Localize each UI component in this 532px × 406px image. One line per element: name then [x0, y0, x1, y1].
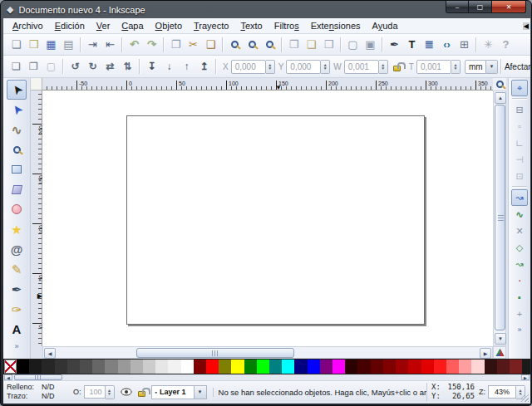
palette-scrollbar[interactable]: ◀ ▶ — [3, 374, 530, 381]
palette-swatch[interactable] — [308, 360, 320, 374]
field-input[interactable]: 0,000 — [231, 60, 266, 74]
select-all-layers[interactable]: ❐ — [25, 58, 42, 76]
palette-swatch[interactable] — [471, 360, 484, 374]
snap-enable[interactable]: ⌖ — [511, 80, 528, 96]
zoom-drawing[interactable] — [244, 36, 261, 53]
unit-selector[interactable]: mm▼ — [465, 60, 498, 74]
close-button[interactable]: ✕ — [491, 1, 526, 13]
tool-3dbox[interactable] — [7, 179, 27, 199]
palette-swatch[interactable] — [194, 360, 206, 374]
rotate-cw[interactable]: ↻ — [84, 58, 101, 76]
titlebar[interactable]: ◆ Documento nuevo 4 - Inkscape – ▢ ✕ — [1, 1, 532, 18]
export[interactable]: ⇤ — [101, 36, 119, 53]
palette-swatch[interactable] — [421, 360, 434, 374]
page[interactable] — [126, 115, 425, 325]
snap-object-centers[interactable]: ▪ — [511, 289, 528, 306]
palette-swatch[interactable] — [446, 360, 459, 374]
text-dialog[interactable]: T — [403, 36, 421, 53]
horizontal-ruler[interactable]: -50050100150200250300350▼ — [42, 78, 493, 90]
paste[interactable]: ❑ — [202, 36, 219, 53]
deselect[interactable]: ▢ — [42, 58, 60, 76]
undo[interactable]: ↶ — [126, 36, 143, 53]
palette-swatch[interactable] — [42, 360, 54, 374]
snap-paths[interactable]: ∿ — [511, 206, 528, 223]
palette-swatch[interactable] — [257, 360, 269, 374]
new-document[interactable]: ❏ — [7, 36, 25, 53]
palette-scroll-thumb[interactable] — [14, 374, 62, 380]
palette-swatch[interactable] — [383, 360, 396, 374]
tool-selector[interactable]: ➤ — [7, 80, 27, 100]
tool-ellipse[interactable] — [7, 199, 27, 219]
menu-objeto[interactable]: Objeto — [150, 19, 188, 32]
zoom-page[interactable] — [261, 36, 278, 53]
cut[interactable]: ✂ — [185, 36, 202, 53]
palette-swatch[interactable] — [231, 360, 244, 374]
lower[interactable]: ↓ — [160, 58, 178, 76]
field-input[interactable]: 0,000 — [286, 60, 321, 74]
zoom-selection[interactable] — [226, 36, 244, 53]
snap-bounding-box[interactable]: ⊟ — [511, 101, 528, 118]
resize-grip[interactable] — [521, 394, 529, 402]
tool-zoom[interactable] — [7, 139, 27, 159]
palette-swatch-none[interactable] — [4, 360, 17, 374]
palette-swatch[interactable] — [497, 360, 510, 374]
menu-capa[interactable]: Capa — [116, 19, 149, 32]
maximize-button[interactable]: ▢ — [469, 1, 491, 13]
palette-swatch[interactable] — [206, 360, 219, 374]
snap-bbox-edge-midpoints[interactable]: ⊣ — [511, 151, 528, 168]
palette-swatch[interactable] — [80, 360, 92, 374]
create-clone[interactable]: ❑ — [303, 36, 320, 53]
dimension-lock-toggle[interactable] — [388, 58, 406, 76]
palette-swatch[interactable] — [434, 360, 446, 374]
field-spinner[interactable]: ▲▼ — [451, 60, 461, 74]
select-ungroup[interactable]: ▣ — [362, 36, 379, 53]
zoom-input[interactable]: 43% — [488, 385, 516, 399]
flip-horizontal[interactable]: ⇄ — [101, 58, 119, 76]
scroll-down-button[interactable]: ▼ — [495, 333, 506, 345]
scroll-right-button[interactable]: ▶ — [480, 348, 491, 359]
palette-swatch[interactable] — [181, 360, 194, 374]
save-document[interactable]: ▦ — [42, 36, 60, 53]
fill-stroke-dialog[interactable]: ✒ — [386, 36, 403, 53]
palette-swatch[interactable] — [345, 360, 357, 374]
tool-node-editor[interactable]: ➤ — [7, 100, 27, 120]
field-input[interactable]: 0,001 — [416, 60, 451, 74]
palette-swatch[interactable] — [118, 360, 131, 374]
tool-star[interactable]: ★ — [7, 219, 27, 239]
snap-smooth-nodes[interactable]: ↝ — [511, 256, 528, 272]
snap-page-border[interactable]: + — [511, 306, 528, 322]
palette-scroll-right-button[interactable]: ▶ — [521, 374, 530, 380]
tool-pencil[interactable]: ✎ — [7, 259, 27, 279]
align-dialog[interactable]: ⊞ — [456, 36, 473, 53]
palette-swatch[interactable] — [155, 360, 168, 374]
opacity-spinner[interactable]: ▲▼ — [106, 385, 115, 399]
palette-scroll-left-button[interactable]: ◀ — [4, 374, 12, 380]
snap-bbox-centers[interactable]: ⊡ — [511, 168, 528, 184]
palette-swatch[interactable] — [485, 360, 497, 374]
field-spinner[interactable]: ▲▼ — [266, 60, 275, 74]
layer-dropdown-button[interactable]: ▼ — [195, 385, 207, 399]
palette-swatch[interactable] — [408, 360, 421, 374]
palette-swatch[interactable] — [396, 360, 408, 374]
tool-spiral[interactable]: @ — [7, 239, 27, 259]
palette-swatch[interactable] — [143, 360, 155, 374]
palette-scroll-arrow[interactable]: ◀ — [523, 22, 530, 30]
palette-swatch[interactable] — [168, 360, 180, 374]
tool-rectangle[interactable] — [7, 159, 27, 179]
menu-ayuda[interactable]: Ayuda — [367, 19, 404, 32]
rotate-ccw[interactable]: ↺ — [66, 58, 84, 76]
vertical-scroll-thumb[interactable] — [495, 105, 505, 330]
field-spinner[interactable]: ▲▼ — [321, 60, 330, 74]
opacity-input[interactable]: 100 — [84, 385, 106, 399]
scroll-left-button[interactable]: ◀ — [44, 348, 56, 359]
menu-edición[interactable]: Edición — [49, 19, 91, 32]
tool-bezier-pen[interactable]: ✒ — [7, 279, 27, 299]
unit-dropdown-button[interactable]: ▼ — [486, 60, 498, 74]
select-all[interactable]: ❏ — [7, 58, 25, 76]
duplicate[interactable]: ❐ — [285, 36, 303, 53]
fill-stroke-indicator[interactable]: Relleno: N/D Trazo: N/D — [7, 383, 66, 401]
horizontal-scroll-thumb[interactable] — [136, 348, 294, 358]
color-managed-view-button[interactable] — [493, 346, 506, 359]
layer-lock-toggle[interactable] — [138, 387, 145, 397]
lower-to-bottom[interactable]: ↧ — [143, 58, 160, 76]
